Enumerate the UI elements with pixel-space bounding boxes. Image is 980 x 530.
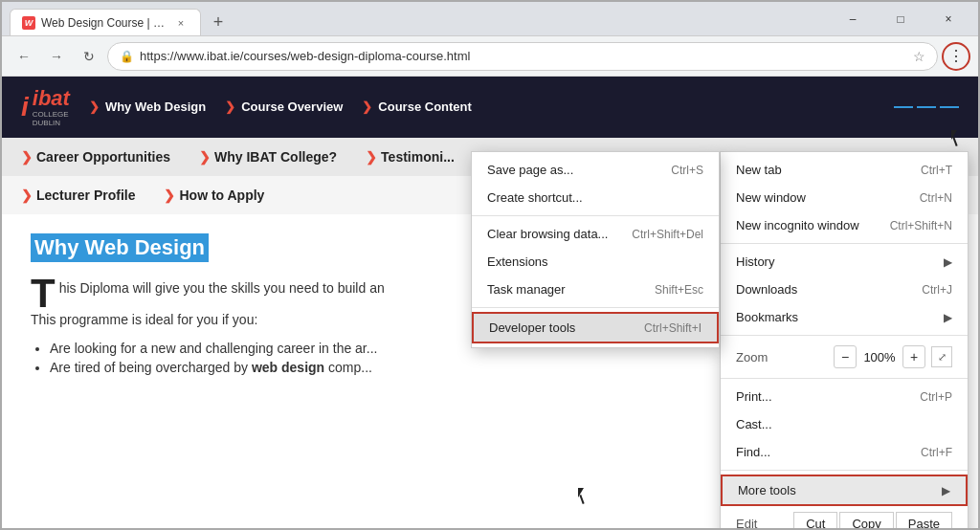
nav-why-ibat[interactable]: ❯ Why IBAT College? (199, 149, 337, 165)
zoom-out-button[interactable]: − (834, 345, 857, 368)
new-tab-button[interactable]: + (205, 9, 232, 35)
submenu-create-shortcut[interactable]: Create shortcut... (472, 184, 719, 211)
chevron-icon: ❯ (89, 99, 100, 114)
nav-lecturer[interactable]: ❯ Lecturer Profile (21, 188, 135, 203)
window-controls: – □ × (831, 5, 970, 33)
edit-buttons: Cut Copy Paste (793, 512, 952, 528)
zoom-expand-button[interactable]: ⤢ (931, 346, 952, 367)
back-button[interactable]: ← (10, 42, 38, 71)
menu-divider (721, 470, 968, 471)
three-dots-icon: ⋮ (948, 47, 964, 65)
menu-item-new-incognito[interactable]: New incognito window Ctrl+Shift+N (721, 211, 968, 239)
menu-item-new-window[interactable]: New window Ctrl+N (721, 184, 968, 211)
menu-divider (721, 335, 968, 336)
menu-shortcut: Ctrl+Shift+Del (632, 228, 703, 241)
menu-item-bookmarks[interactable]: Bookmarks ▶ (721, 303, 968, 331)
zoom-controls: − 100% + ⤢ (834, 345, 952, 368)
chrome-menu: New tab Ctrl+T New window Ctrl+N New inc… (720, 151, 969, 528)
nav-how-to-apply[interactable]: ❯ How to Apply (164, 188, 264, 203)
menu-divider (721, 378, 968, 379)
nav-career[interactable]: ❯ Career Opportunities (21, 149, 170, 165)
menu-item-label: Downloads (736, 282, 797, 297)
title-bar: W Web Design Course | evening cla × + – … (2, 2, 978, 36)
menu-shortcut: Ctrl+N (920, 191, 952, 205)
paste-button[interactable]: Paste (896, 512, 952, 528)
more-tools-submenu: Save page as... Ctrl+S Create shortcut..… (471, 151, 720, 348)
edit-row: Edit Cut Copy Paste (721, 506, 968, 528)
menu-shortcut: Shift+Esc (655, 283, 703, 297)
menu-item-label: New tab (736, 163, 782, 177)
menu-item-more-tools[interactable]: More tools ▶ (721, 475, 968, 506)
page-content: i ibat COLLEGE DUBLIN ❯ Why Web Design (2, 77, 978, 528)
submenu-label: Create shortcut... (487, 190, 583, 205)
menu-item-history[interactable]: History ▶ (721, 248, 968, 276)
tab-close-button[interactable]: × (173, 15, 189, 31)
close-button[interactable]: × (926, 5, 970, 33)
menu-item-find[interactable]: Find... Ctrl+F (721, 438, 968, 466)
maximize-button[interactable]: □ (879, 5, 923, 33)
refresh-button[interactable]: ↻ (75, 42, 103, 71)
bookmark-star-icon[interactable]: ☆ (913, 49, 925, 64)
menu-item-label: New window (736, 190, 806, 205)
body-text-2: This programme is ideal for you if you: (31, 312, 257, 327)
nav-label: How to Apply (179, 188, 264, 203)
logo-i: i (21, 92, 29, 122)
chevron-icon: ❯ (21, 188, 33, 203)
nav-label: Why Web Design (105, 99, 206, 114)
logo-ibat: ibat (33, 86, 70, 111)
submenu-save-page[interactable]: Save page as... Ctrl+S (472, 156, 719, 184)
submenu-extensions[interactable]: Extensions (472, 248, 719, 276)
nav-course-overview[interactable]: ❯ Course Overview (225, 99, 343, 114)
menu-shortcut: Ctrl+J (922, 283, 952, 297)
submenu-label: Task manager (487, 282, 566, 297)
menu-item-label: New incognito window (736, 218, 859, 232)
submenu-task-manager[interactable]: Task manager Shift+Esc (472, 276, 719, 303)
tab-favicon: W (22, 16, 35, 30)
menu-item-print[interactable]: Print... Ctrl+P (721, 383, 968, 410)
zoom-value: 100% (862, 350, 897, 364)
submenu-label: Save page as... (487, 163, 573, 177)
menu-item-downloads[interactable]: Downloads Ctrl+J (721, 276, 968, 303)
copy-button[interactable]: Copy (839, 512, 893, 528)
chrome-menu-button[interactable]: ⋮ (942, 42, 970, 71)
minimize-button[interactable]: – (831, 5, 875, 33)
active-tab[interactable]: W Web Design Course | evening cla × (10, 9, 201, 35)
arrow-icon: ▶ (944, 255, 952, 269)
zoom-label: Zoom (736, 350, 768, 364)
zoom-in-button[interactable]: + (902, 345, 925, 368)
forward-button[interactable]: → (42, 42, 71, 71)
nav-why-web-design[interactable]: ❯ Why Web Design (89, 99, 206, 114)
menu-item-cast[interactable]: Cast... (721, 410, 968, 438)
nav-label: Testimoni... (381, 149, 455, 165)
menu-shortcut: Ctrl+Shift+I (644, 321, 702, 335)
nav-course-content[interactable]: ❯ Course Content (362, 99, 472, 114)
chevron-icon: ❯ (366, 149, 377, 165)
submenu-developer-tools[interactable]: Developer tools Ctrl+Shift+I (472, 312, 719, 343)
nav-label: Career Opportunities (36, 149, 170, 165)
nav-testimonials[interactable]: ❯ Testimoni... (366, 149, 455, 165)
nav-label: Course Overview (241, 99, 343, 114)
page-heading: Why Web Design (31, 233, 209, 262)
ibat-logo: i ibat COLLEGE DUBLIN (21, 86, 70, 128)
cut-button[interactable]: Cut (793, 512, 837, 528)
menu-item-new-tab[interactable]: New tab Ctrl+T (721, 156, 968, 184)
site-nav-top: i ibat COLLEGE DUBLIN ❯ Why Web Design (2, 77, 978, 138)
edit-label: Edit (736, 517, 793, 528)
tab-title: Web Design Course | evening cla (41, 16, 167, 30)
address-bar[interactable]: 🔒 https://www.ibat.ie/courses/web-design… (107, 42, 938, 71)
submenu-label: Extensions (487, 254, 548, 269)
chevron-icon: ❯ (164, 188, 175, 203)
submenu-clear-browsing[interactable]: Clear browsing data... Ctrl+Shift+Del (472, 220, 719, 248)
tab-strip: W Web Design Course | evening cla × + (10, 2, 831, 35)
chevron-icon: ❯ (199, 149, 211, 165)
browser-window: W Web Design Course | evening cla × + – … (0, 0, 980, 530)
menu-item-label: Find... (736, 445, 770, 459)
nav-label: Course Content (378, 99, 472, 114)
nav-label: Lecturer Profile (36, 188, 135, 203)
lock-icon: 🔒 (120, 50, 134, 63)
menu-divider (721, 243, 968, 244)
menu-shortcut: Ctrl+F (921, 446, 952, 459)
menu-shortcut: Ctrl+P (920, 390, 952, 404)
menu-item-label: History (736, 254, 774, 269)
menu-shortcut: Ctrl+Shift+N (890, 219, 952, 232)
